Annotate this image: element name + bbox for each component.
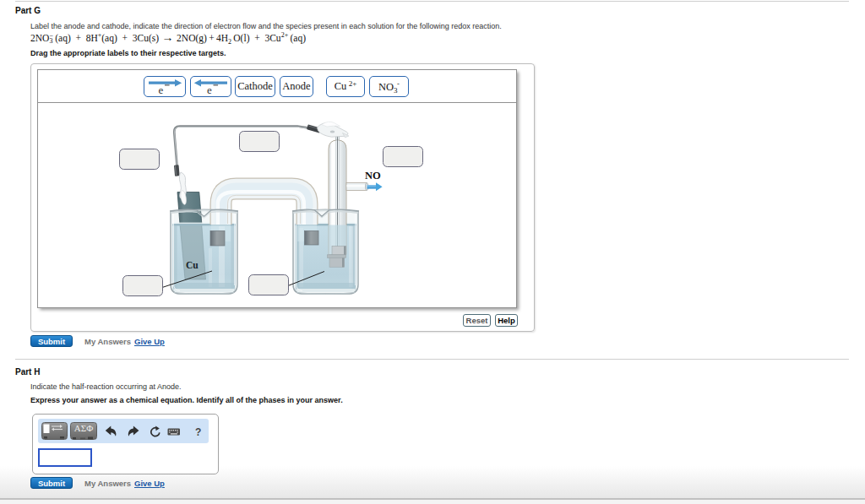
- svg-text:e: e: [207, 83, 212, 95]
- svg-text:Cu: Cu: [186, 260, 199, 270]
- svg-text:NO: NO: [365, 170, 381, 182]
- svg-text:?: ?: [195, 426, 201, 438]
- svg-text:e: e: [158, 83, 163, 95]
